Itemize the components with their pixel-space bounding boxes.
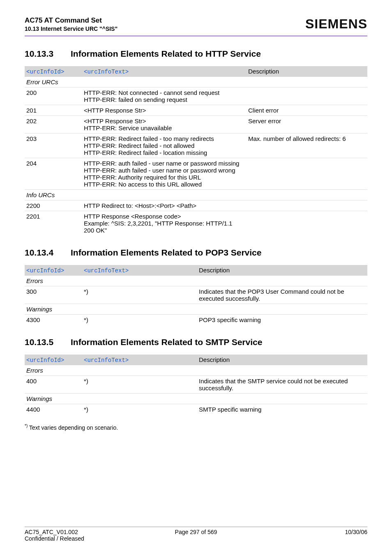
table-row: 203HTTP-ERR: Redirect failed - too many … bbox=[25, 134, 367, 158]
cell-text: <HTTP Response Str> HTTP-ERR: Service un… bbox=[82, 116, 247, 134]
table-row: 201<HTTP Response Str>Client error bbox=[25, 105, 367, 116]
cell-desc bbox=[247, 88, 367, 105]
col-header-desc: Description bbox=[197, 355, 367, 365]
cell-desc: Indicates that the SMTP service could no… bbox=[197, 376, 367, 394]
urc-info-id-label: <urcInfoId> bbox=[26, 267, 64, 274]
cell-desc: Indicates that the POP3 User Command cou… bbox=[197, 286, 367, 304]
section-title: Information Elements Related to SMTP Ser… bbox=[71, 337, 262, 347]
cell-id: 4400 bbox=[25, 404, 82, 415]
cell-id: 200 bbox=[25, 88, 82, 105]
cell-desc bbox=[247, 158, 367, 190]
footer-status: Confidential / Released bbox=[25, 535, 367, 542]
cell-desc: POP3 specific warning bbox=[197, 315, 367, 325]
brand-logo: SIEMENS bbox=[305, 16, 367, 32]
group-label: Warnings bbox=[25, 304, 367, 315]
cell-text: *) bbox=[82, 286, 197, 304]
section-number: 10.13.4 bbox=[25, 248, 71, 258]
col-header-text: <urcInfoText> bbox=[82, 66, 247, 77]
cell-desc: Max. number of allowed redirects: 6 bbox=[247, 134, 367, 158]
urc-info-text-label: <urcInfoText> bbox=[84, 357, 129, 364]
section-number: 10.13.3 bbox=[25, 49, 71, 59]
cell-text: HTTP Redirect to: <Host>:<Port> <Path> bbox=[82, 200, 247, 211]
cell-text: HTTP-ERR: Redirect failed - too many red… bbox=[82, 134, 247, 158]
col-header-id: <urcInfoId> bbox=[25, 265, 82, 276]
cell-desc: Server error bbox=[247, 116, 367, 134]
table-row: 2200HTTP Redirect to: <Host>:<Port> <Pat… bbox=[25, 200, 367, 211]
info-table: <urcInfoId><urcInfoText>DescriptionError… bbox=[25, 265, 367, 325]
col-header-id: <urcInfoId> bbox=[25, 355, 82, 365]
section-heading: 10.13.3Information Elements Related to H… bbox=[25, 49, 367, 59]
doc-title: AC75 AT Command Set bbox=[25, 16, 118, 25]
page-footer: AC75_ATC_V01.002 Page 297 of 569 10/30/0… bbox=[25, 527, 367, 542]
cell-desc bbox=[247, 200, 367, 211]
group-label: Warnings bbox=[25, 394, 367, 404]
info-table: <urcInfoId><urcInfoText>DescriptionError… bbox=[25, 66, 367, 235]
group-label: Info URCs bbox=[25, 190, 367, 200]
section-heading: 10.13.5Information Elements Related to S… bbox=[25, 337, 367, 347]
footnote: *) Text varies depending on scenario. bbox=[25, 424, 367, 431]
cell-id: 300 bbox=[25, 286, 82, 304]
footer-left: AC75_ATC_V01.002 bbox=[25, 529, 139, 535]
cell-id: 2201 bbox=[25, 211, 82, 236]
group-label: Errors bbox=[25, 276, 367, 286]
urc-info-id-label: <urcInfoId> bbox=[26, 69, 64, 75]
section-title: Information Elements Related to HTTP Ser… bbox=[71, 49, 261, 59]
cell-id: 201 bbox=[25, 105, 82, 116]
footer-center: Page 297 of 569 bbox=[139, 529, 253, 535]
page-header: AC75 AT Command Set 10.13 Internet Servi… bbox=[25, 16, 367, 32]
cell-id: 202 bbox=[25, 116, 82, 134]
urc-info-id-label: <urcInfoId> bbox=[26, 357, 64, 364]
table-row: 2201HTTP Response <Response code> Exampl… bbox=[25, 211, 367, 236]
table-row: 202<HTTP Response Str> HTTP-ERR: Service… bbox=[25, 116, 367, 134]
col-header-text: <urcInfoText> bbox=[82, 355, 197, 365]
group-label: Error URCs bbox=[25, 77, 367, 88]
cell-id: 2200 bbox=[25, 200, 82, 211]
table-row: 300*)Indicates that the POP3 User Comman… bbox=[25, 286, 367, 304]
cell-desc: Client error bbox=[247, 105, 367, 116]
cell-id: 203 bbox=[25, 134, 82, 158]
cell-id: 204 bbox=[25, 158, 82, 190]
urc-info-text-label: <urcInfoText> bbox=[84, 69, 129, 75]
cell-text: *) bbox=[82, 315, 197, 325]
cell-text: *) bbox=[82, 404, 197, 415]
footer-right: 10/30/06 bbox=[253, 529, 367, 535]
table-row: 200HTTP-ERR: Not connected - cannot send… bbox=[25, 88, 367, 105]
cell-desc: SMTP specific warning bbox=[197, 404, 367, 415]
col-header-desc: Description bbox=[247, 66, 367, 77]
table-row: 204HTTP-ERR: auth failed - user name or … bbox=[25, 158, 367, 190]
cell-text: HTTP Response <Response code> Example: ^… bbox=[82, 211, 247, 236]
cell-text: *) bbox=[82, 376, 197, 394]
urc-info-text-label: <urcInfoText> bbox=[84, 267, 129, 274]
table-row: 4400*)SMTP specific warning bbox=[25, 404, 367, 415]
col-header-id: <urcInfoId> bbox=[25, 66, 82, 77]
section-number: 10.13.5 bbox=[25, 337, 71, 347]
info-table: <urcInfoId><urcInfoText>DescriptionError… bbox=[25, 355, 367, 415]
cell-text: HTTP-ERR: auth failed - user name or pas… bbox=[82, 158, 247, 190]
table-row: 4300*)POP3 specific warning bbox=[25, 315, 367, 325]
footer-divider bbox=[25, 527, 367, 527]
doc-subtitle: 10.13 Internet Service URC "^SIS" bbox=[25, 25, 118, 32]
section-title: Information Elements Related to POP3 Ser… bbox=[71, 248, 261, 258]
cell-text: HTTP-ERR: Not connected - cannot send re… bbox=[82, 88, 247, 105]
cell-id: 4300 bbox=[25, 315, 82, 325]
cell-id: 400 bbox=[25, 376, 82, 394]
col-header-text: <urcInfoText> bbox=[82, 265, 197, 276]
footnote-text: Text varies depending on scenario. bbox=[28, 424, 118, 431]
header-divider bbox=[25, 35, 367, 37]
col-header-desc: Description bbox=[197, 265, 367, 276]
section-heading: 10.13.4Information Elements Related to P… bbox=[25, 248, 367, 258]
cell-desc bbox=[247, 211, 367, 236]
cell-text: <HTTP Response Str> bbox=[82, 105, 247, 116]
table-row: 400*)Indicates that the SMTP service cou… bbox=[25, 376, 367, 394]
group-label: Errors bbox=[25, 365, 367, 376]
